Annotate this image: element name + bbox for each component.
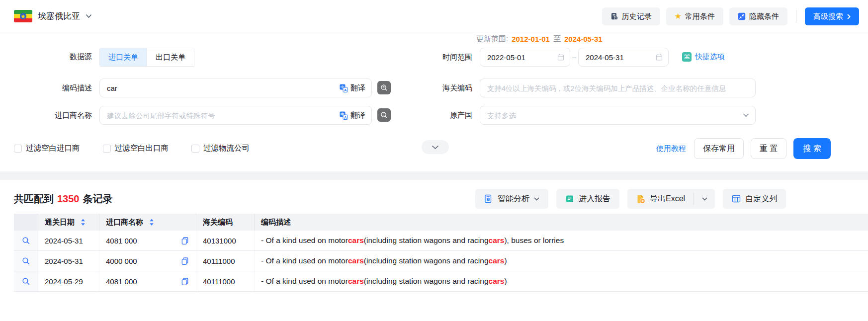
- hs-code-field[interactable]: [480, 79, 756, 97]
- reset-button[interactable]: 重 置: [751, 138, 786, 159]
- description-text: (including station wagons and racing: [364, 256, 489, 265]
- time-range-label: 时间范围: [383, 48, 472, 67]
- header-cell-hs-code: 海关编码: [196, 214, 255, 231]
- translate-icon: 中 A: [340, 84, 348, 92]
- hide-conditions-button[interactable]: 隐藏条件: [729, 7, 787, 25]
- customize-columns-button[interactable]: 自定义列: [723, 189, 786, 209]
- chevron-right-icon: [847, 14, 851, 19]
- date-range-separator: –: [570, 48, 578, 67]
- checkbox[interactable]: [191, 145, 199, 153]
- description-text: - Of a kind used on motor: [261, 256, 348, 265]
- filter-checkboxes: 过滤空白进口商 过滤空白出口商 过滤物流公司: [14, 143, 250, 154]
- filter-label: 过滤物流公司: [203, 143, 250, 154]
- advanced-search-button[interactable]: 高级搜索: [805, 7, 859, 25]
- sort-icon[interactable]: [81, 219, 86, 226]
- favorite-conditions-button[interactable]: ★ 常用条件: [666, 7, 723, 25]
- translate-button[interactable]: 中 A 翻译: [340, 83, 365, 93]
- end-date-field[interactable]: [578, 48, 669, 67]
- code-desc-input[interactable]: [106, 83, 340, 93]
- copy-button[interactable]: [181, 277, 189, 285]
- filter-blank-importer[interactable]: 过滤空白进口商: [14, 143, 80, 154]
- description-text: ): [504, 277, 507, 286]
- magnifier-icon: [22, 277, 30, 286]
- chevron-down-icon: [86, 14, 92, 18]
- advanced-search-label: 高级搜索: [813, 12, 843, 21]
- hide-label: 隐藏条件: [749, 12, 779, 21]
- cell-hs-code: 40111000: [196, 251, 255, 271]
- cell-view: [14, 231, 38, 250]
- match-prefix: 共匹配到: [14, 192, 54, 206]
- magnifier-icon: [22, 237, 30, 245]
- calendar-icon: [557, 53, 565, 61]
- data-source-label: 数据源: [22, 48, 92, 66]
- update-range-label: 更新范围:: [476, 34, 508, 44]
- country-selector[interactable]: 埃塞俄比亚: [14, 10, 92, 22]
- export-options-button[interactable]: [694, 189, 715, 209]
- description-text: (including station wagons and racing: [364, 277, 489, 286]
- search-button[interactable]: 搜 索: [793, 138, 830, 159]
- origin-country-input[interactable]: [486, 111, 743, 120]
- save-favorite-button[interactable]: 保存常用: [694, 138, 744, 159]
- calendar-icon: [655, 53, 663, 61]
- data-source-tabs: 进口关单 出口关单: [99, 48, 194, 67]
- translate-button[interactable]: 中 A 翻译: [340, 111, 365, 120]
- top-bar-actions: 历史记录 ★ 常用条件 隐藏条件 高级搜索: [602, 7, 859, 25]
- history-button[interactable]: 历史记录: [602, 7, 660, 25]
- history-label: 历史记录: [622, 12, 652, 21]
- checkbox[interactable]: [103, 145, 111, 153]
- match-count: 1350: [57, 193, 80, 205]
- table-row: 2024-05-29 4081 000 40111000 - Of a kind…: [14, 271, 868, 292]
- smart-analysis-label: 智能分析: [498, 194, 529, 204]
- hs-code-input[interactable]: [486, 83, 749, 93]
- export-excel-button[interactable]: 导出Excel: [627, 189, 694, 209]
- view-details-button[interactable]: [22, 257, 30, 265]
- sort-icon[interactable]: [149, 219, 154, 226]
- header-label: 编码描述: [261, 218, 291, 227]
- chevron-down-icon: [702, 197, 707, 201]
- header-label: 进口商名称: [106, 218, 143, 227]
- chevron-down-icon: [534, 197, 539, 201]
- description-text: - Of a kind used on motor: [261, 236, 348, 245]
- keyword-highlight: cars: [489, 256, 505, 265]
- cell-view: [14, 271, 38, 291]
- ethiopia-flag-icon: [14, 10, 32, 22]
- form-action-buttons: 使用教程 保存常用 重 置 搜 索: [656, 138, 831, 159]
- importer-input[interactable]: [106, 111, 340, 120]
- cell-date: 2024-05-29: [38, 271, 99, 291]
- header-cell-date: 通关日期: [38, 214, 99, 231]
- start-date-field[interactable]: [480, 48, 570, 67]
- end-date-input[interactable]: [585, 53, 655, 62]
- table-header-row: 通关日期 进口商名称 海关编码 编码描述: [14, 214, 868, 231]
- tutorial-link[interactable]: 使用教程: [656, 144, 686, 154]
- tab-import-declarations[interactable]: 进口关单: [100, 48, 147, 66]
- quick-options-button[interactable]: ⌘ 快捷选项: [682, 52, 725, 62]
- search-panel: 更新范围: 2012-01-01 至 2024-05-31 数据源 进口关单 出…: [0, 33, 868, 171]
- importer-field[interactable]: 中 A 翻译: [99, 106, 372, 125]
- update-range-to: 至: [553, 34, 561, 44]
- filter-logistics-company[interactable]: 过滤物流公司: [191, 143, 250, 154]
- view-details-button[interactable]: [22, 277, 30, 286]
- update-range-start: 2012-01-01: [512, 35, 550, 43]
- tab-export-declarations[interactable]: 出口关单: [147, 48, 194, 66]
- origin-country-select[interactable]: [480, 106, 756, 125]
- smart-analysis-button[interactable]: BI 智能分析: [475, 189, 548, 209]
- top-bar: 埃塞俄比亚 历史记录 ★ 常用条件: [0, 0, 868, 32]
- update-range-end: 2024-05-31: [564, 35, 603, 43]
- report-icon: [565, 194, 574, 203]
- cell-hs-code: 40111000: [196, 271, 255, 291]
- code-desc-field[interactable]: 中 A 翻译: [99, 79, 372, 97]
- view-details-button[interactable]: [22, 237, 30, 245]
- copy-button[interactable]: [181, 237, 189, 244]
- description-text: ), buses or lorries: [504, 236, 564, 245]
- filter-blank-exporter[interactable]: 过滤空白出口商: [103, 143, 169, 154]
- enter-report-button[interactable]: 进入报告: [556, 189, 619, 209]
- copy-button[interactable]: [181, 257, 189, 265]
- checkbox[interactable]: [14, 145, 22, 153]
- translate-label: 翻译: [350, 83, 365, 93]
- cell-description: - Of a kind used on motor cars (includin…: [255, 231, 868, 250]
- start-date-input[interactable]: [486, 53, 557, 62]
- expand-more-conditions-button[interactable]: [422, 140, 449, 154]
- importer-value: 4081 000: [106, 237, 137, 245]
- cell-importer: 4081 000: [99, 271, 196, 291]
- star-icon: ★: [675, 12, 682, 20]
